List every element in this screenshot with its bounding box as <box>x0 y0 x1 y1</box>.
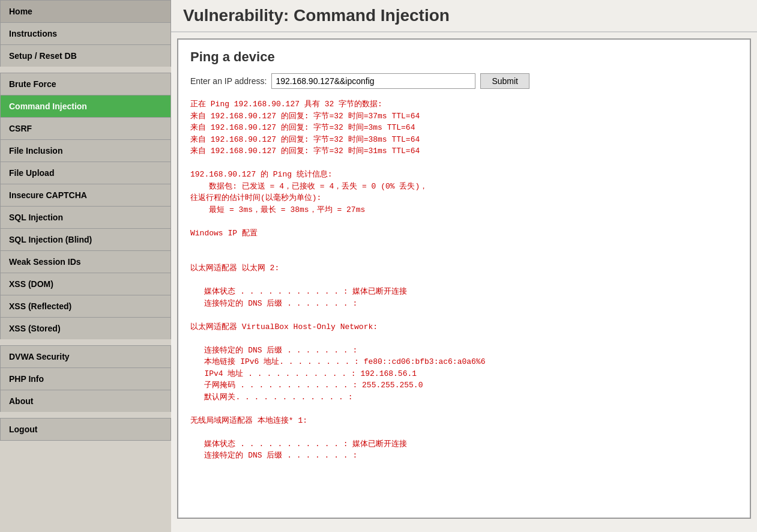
sidebar-item-php-info[interactable]: PHP Info <box>0 367 171 390</box>
sidebar-item-file-upload[interactable]: File Upload <box>0 162 171 184</box>
ping-section-title: Ping a device <box>190 49 738 65</box>
submit-button[interactable]: Submit <box>480 73 529 89</box>
command-output: 正在 Ping 192.168.90.127 具有 32 字节的数据: 来自 1… <box>190 98 738 462</box>
sidebar-item-home[interactable]: Home <box>0 0 171 22</box>
page-title-bar: Vulnerability: Command Injection <box>171 0 757 32</box>
sidebar: HomeInstructionsSetup / Reset DBBrute Fo… <box>0 0 171 532</box>
sidebar-item-xss-stored[interactable]: XSS (Stored) <box>0 317 171 339</box>
page-title: Vulnerability: Command Injection <box>183 6 745 25</box>
sidebar-item-file-inclusion[interactable]: File Inclusion <box>0 139 171 162</box>
sidebar-item-insecure-captcha[interactable]: Insecure CAPTCHA <box>0 184 171 206</box>
main-content: Vulnerability: Command Injection Ping a … <box>171 0 757 532</box>
sidebar-item-xss-dom[interactable]: XSS (DOM) <box>0 273 171 295</box>
sidebar-item-instructions[interactable]: Instructions <box>0 22 171 44</box>
sidebar-item-about[interactable]: About <box>0 390 171 412</box>
sidebar-item-command-injection[interactable]: Command Injection <box>0 95 171 117</box>
sidebar-item-brute-force[interactable]: Brute Force <box>0 73 171 95</box>
ip-form: Enter an IP address: Submit <box>190 73 738 89</box>
content-area: Ping a device Enter an IP address: Submi… <box>177 38 751 519</box>
sidebar-item-xss-reflected[interactable]: XSS (Reflected) <box>0 295 171 317</box>
ip-input[interactable] <box>271 73 475 89</box>
sidebar-item-dvwa-security[interactable]: DVWA Security <box>0 345 171 367</box>
ip-label: Enter an IP address: <box>190 76 267 86</box>
sidebar-item-sql-injection-blind[interactable]: SQL Injection (Blind) <box>0 228 171 250</box>
sidebar-item-logout[interactable]: Logout <box>0 418 171 441</box>
sidebar-item-setup-reset-db[interactable]: Setup / Reset DB <box>0 44 171 67</box>
sidebar-item-csrf[interactable]: CSRF <box>0 117 171 139</box>
sidebar-item-weak-session-ids[interactable]: Weak Session IDs <box>0 250 171 273</box>
sidebar-item-sql-injection[interactable]: SQL Injection <box>0 206 171 228</box>
